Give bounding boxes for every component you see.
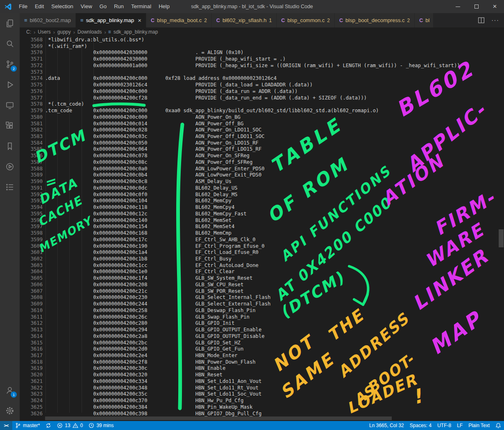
menu-item[interactable]: File	[15, 0, 31, 13]
code-line[interactable]: 3595 0x000000004200c12c BL602_MemCpy_Fas…	[20, 211, 498, 217]
activity-explorer[interactable]	[0, 13, 20, 34]
line-number[interactable]: 3610	[20, 308, 43, 314]
line-number[interactable]: 3594	[20, 204, 43, 211]
code-line[interactable]: 3621 0x000000004200c334 HBN_Set_Ldo11_Ao…	[20, 378, 498, 385]
menu-item[interactable]: Terminal	[127, 0, 155, 13]
line-number[interactable]: 3603	[20, 263, 43, 269]
code-line[interactable]: 3588 0x000000004200c0a0 AON_LowPower_Ent…	[20, 166, 498, 172]
code-line[interactable]: 3622 0x000000004200c348 HBN_Set_Ldo11_Rt…	[20, 385, 498, 392]
code-line[interactable]: 3570 0x0000000042030000 . = ALIGN (0x10)	[20, 50, 498, 56]
line-number[interactable]: 3601	[20, 249, 43, 256]
code-line[interactable]: 3607 0x000000004200c21c GLB_SW_POR_Reset	[20, 288, 498, 295]
line-number[interactable]: 3575	[20, 82, 43, 88]
horizontal-scrollbar[interactable]	[45, 416, 392, 420]
line-number[interactable]: 3613	[20, 327, 43, 333]
code-line[interactable]: 3593 0x000000004200c104 BL602_MemCpy	[20, 198, 498, 204]
activity-settings[interactable]	[0, 401, 20, 421]
code-line[interactable]: 3606 0x000000004200c208 GLB_SW_CPU_Reset	[20, 282, 498, 288]
eol-status[interactable]: LF	[454, 421, 465, 430]
notifications-button[interactable]	[493, 421, 504, 430]
code-line[interactable]: 3580 0x000000004200c000 AON_Power_On_BG	[20, 114, 498, 121]
activity-run-circle[interactable]	[0, 156, 20, 177]
breadcrumb-item[interactable]: guppy	[57, 29, 71, 35]
line-number[interactable]: 3597	[20, 224, 43, 230]
line-number[interactable]: 3582	[20, 127, 43, 134]
code-line[interactable]: 3599 0x000000004200c17c EF_Ctrl_Sw_AHB_C…	[20, 237, 498, 243]
line-number[interactable]: 3615	[20, 340, 43, 346]
tab-bl602-xip-sflash-h[interactable]: C bl602_xip_sflash.h 1	[212, 13, 277, 27]
line-number[interactable]: 3588	[20, 166, 43, 172]
code-line[interactable]: 3576 0x000000004200c000 PROVIDE (_data_r…	[20, 88, 498, 95]
line-number[interactable]: 3623	[20, 391, 43, 398]
line-number[interactable]: 3609	[20, 301, 43, 308]
line-number[interactable]: 3580	[20, 114, 43, 121]
activity-account[interactable]: 1	[0, 380, 20, 401]
sync-button[interactable]	[43, 421, 54, 430]
tab-sdk-app-blinky-map[interactable]: ≡ sdk_app_blinky.map ×	[76, 13, 146, 27]
line-number[interactable]: 3605	[20, 275, 43, 282]
menu-item[interactable]: Help	[155, 0, 173, 13]
code-line[interactable]: 3602 0x000000004200c1b8 EF_Ctrl_Busy	[20, 256, 498, 263]
code-line[interactable]: 3573	[20, 69, 498, 76]
line-number[interactable]: 3608	[20, 294, 43, 301]
code-line[interactable]: 3569 *(.wifi_ram*)	[20, 43, 498, 50]
code-line[interactable]: 3587 0x000000004200c08c AON_Power_Off_SF…	[20, 159, 498, 166]
code-line[interactable]: 3600 0x000000004200c190 EF_Ctrl_Program_…	[20, 243, 498, 250]
menu-item[interactable]: View	[77, 0, 96, 13]
code-line[interactable]: 3617 0x000000004200c2e4 HBN_Mode_Enter	[20, 353, 498, 359]
tab-close-icon[interactable]: ×	[138, 17, 141, 24]
code-line[interactable]: 3582 0x000000004200c028 AON_Power_On_LDO…	[20, 127, 498, 134]
code-line[interactable]: 3614 0x000000004200c2a8 GLB_GPIO_OUTPUT_…	[20, 333, 498, 340]
menu-item[interactable]: Selection	[48, 0, 77, 13]
tab-partial[interactable]: C bl	[415, 13, 434, 27]
line-number[interactable]: 3587	[20, 159, 43, 166]
code-line[interactable]: 3589 0x000000004200c0b4 AON_LowPower_Exi…	[20, 172, 498, 179]
maximize-button[interactable]	[467, 0, 486, 13]
line-number[interactable]: 3593	[20, 198, 43, 204]
code-line[interactable]: 3575 0x00000000230126c4 PROVIDE (_data_l…	[20, 82, 498, 88]
code-line[interactable]: 3609 0x000000004200c244 GLB_Select_Exter…	[20, 301, 498, 308]
code-line[interactable]: 3586 0x000000004200c078 AON_Power_On_SFR…	[20, 153, 498, 159]
line-number[interactable]: 3611	[20, 314, 43, 321]
encoding-status[interactable]: UTF-8	[434, 421, 454, 430]
tab-blsp-common-c[interactable]: C blsp_common.c 2	[277, 13, 335, 27]
line-number[interactable]: 3625	[20, 404, 43, 411]
code-line[interactable]: 3604 0x000000004200c1e0 EF_Ctrl_Clear	[20, 269, 498, 275]
code-line[interactable]: 3615 0x000000004200c2bc GLB_GPIO_Set_HZ	[20, 340, 498, 346]
code-line[interactable]: 3611 0x000000004200c26c GLB_Swap_Flash_P…	[20, 314, 498, 321]
line-number[interactable]: 3572	[20, 63, 43, 69]
code-line[interactable]: 3591 0x000000004200c0dc BL602_Delay_US	[20, 185, 498, 192]
line-number[interactable]: 3612	[20, 320, 43, 327]
line-number[interactable]: 3586	[20, 153, 43, 159]
indentation-status[interactable]: Spaces: 4	[407, 421, 434, 430]
line-number[interactable]: 3619	[20, 365, 43, 372]
activity-outline[interactable]	[0, 177, 20, 197]
line-number[interactable]: 3589	[20, 172, 43, 179]
tab-blsp-media-boot-c[interactable]: C blsp_media_boot.c 2	[146, 13, 212, 27]
line-number[interactable]: 3602	[20, 256, 43, 263]
code-line[interactable]: 3574 .data 0x000000004200c000 0xf28 load…	[20, 75, 498, 82]
code-line[interactable]: 3577 0x000000004200cf28 PROVIDE (_data_r…	[20, 95, 498, 102]
line-number[interactable]: 3607	[20, 288, 43, 295]
vertical-scrollbar-thumb[interactable]	[499, 229, 504, 247]
line-number[interactable]: 3595	[20, 211, 43, 217]
line-number[interactable]: 3614	[20, 333, 43, 340]
line-number[interactable]: 3584	[20, 140, 43, 147]
code-line[interactable]: 3608 0x000000004200c230 GLB_Select_Inter…	[20, 294, 498, 301]
line-number[interactable]: 3624	[20, 398, 43, 404]
code-line[interactable]: 3616 0x000000004200c2d0 GLB_GPIO_Get_Fun	[20, 346, 498, 353]
code-line[interactable]: 3619 0x000000004200c30c HBN_Enable	[20, 365, 498, 372]
line-number[interactable]: 3596	[20, 217, 43, 224]
remote-indicator[interactable]: ><	[0, 421, 12, 430]
code-line[interactable]: 3594 0x000000004200c118 BL602_MemCpy4	[20, 204, 498, 211]
code-line[interactable]: 3612 0x000000004200c280 GLB_GPIO_Init	[20, 320, 498, 327]
line-number[interactable]: 3617	[20, 353, 43, 359]
split-editor-icon[interactable]	[478, 17, 485, 24]
code-line[interactable]: 3610 0x000000004200c258 GLB_Deswap_Flash…	[20, 308, 498, 314]
menu-item[interactable]: Edit	[31, 0, 48, 13]
code-line[interactable]: 3579 .tcm_code 0x000000004200c000 0xaa0 …	[20, 108, 498, 114]
code-line[interactable]: 3597 0x000000004200c154 BL602_MemSet4	[20, 224, 498, 230]
cursor-position[interactable]: Ln 3665, Col 32	[366, 421, 407, 430]
breadcrumb-item[interactable]: C:	[26, 29, 32, 35]
activity-source-control[interactable]: 2	[0, 54, 20, 75]
